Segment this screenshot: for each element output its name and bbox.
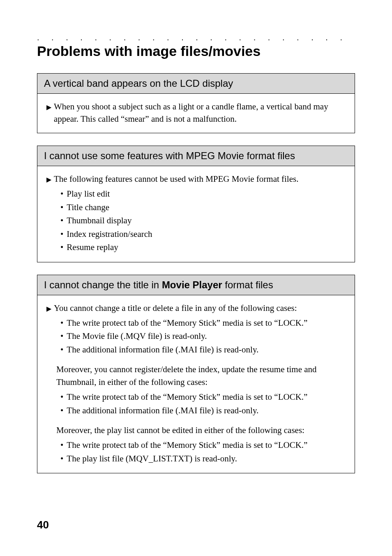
page-number: 40 [37, 519, 49, 531]
list-item: •Title change [60, 201, 346, 213]
issue-box-2-text: The following features cannot be used wi… [54, 173, 346, 185]
list-item-text: Thumbnail display [67, 214, 131, 227]
issue-box-3: I cannot change the title in Movie Playe… [37, 275, 355, 474]
issue-box-3-header: I cannot change the title in Movie Playe… [37, 275, 355, 295]
list-item-text: The additional information file (.MAI fi… [67, 343, 258, 356]
list-item-text: Resume replay [67, 241, 118, 253]
list-item: •Thumbnail display [60, 214, 346, 227]
issue-box-3-bullets-2: •The write protect tab of the “Memory St… [60, 391, 346, 417]
bullet-icon: • [60, 241, 63, 253]
arrow-right-icon: ▶ [46, 100, 51, 112]
issue-box-1-body: ▶ When you shoot a subject such as a lig… [37, 94, 355, 133]
list-item: •The write protect tab of the “Memory St… [60, 391, 346, 403]
list-item: •The additional information file (.MAI f… [60, 343, 346, 356]
list-item-text: The write protect tab of the “Memory Sti… [67, 391, 307, 403]
list-item-text: The write protect tab of the “Memory Sti… [67, 317, 307, 329]
list-item: •The write protect tab of the “Memory St… [60, 439, 346, 451]
arrow-line: ▶ The following features cannot be used … [46, 173, 346, 185]
arrow-right-icon: ▶ [46, 302, 51, 313]
list-item-text: The play list file (MQV_LIST.TXT) is rea… [67, 452, 237, 465]
section-heading: Problems with image files/movies [37, 43, 355, 59]
bullet-icon: • [60, 452, 63, 465]
list-item-text: The additional information file (.MAI fi… [67, 404, 258, 417]
issue-box-3-bullets-3: •The write protect tab of the “Memory St… [60, 439, 346, 465]
list-item: •The write protect tab of the “Memory St… [60, 317, 346, 329]
bullet-icon: • [60, 330, 63, 342]
issue-box-3-bullets-1: •The write protect tab of the “Memory St… [60, 317, 346, 356]
arrow-line: ▶ You cannot change a title or delete a … [46, 302, 346, 314]
issue-box-1-header: A vertical band appears on the LCD displ… [37, 74, 355, 94]
issue-box-1: A vertical band appears on the LCD displ… [37, 73, 355, 133]
list-item: •Play list edit [60, 188, 346, 200]
bullet-icon: • [60, 404, 63, 417]
list-item: •Index registration/search [60, 228, 346, 240]
issue-box-3-header-post: format files [222, 279, 273, 290]
page: . . . . . . . . . . . . . . . . . . . . … [0, 0, 392, 556]
bullet-icon: • [60, 343, 63, 356]
dotted-rule: . . . . . . . . . . . . . . . . . . . . … [37, 33, 355, 42]
list-item-text: Title change [67, 201, 109, 213]
list-item-text: Play list edit [67, 188, 110, 200]
issue-box-3-para-2: Moreover, you cannot register/delete the… [56, 363, 346, 388]
list-item: •Resume replay [60, 241, 346, 253]
list-item-text: The write protect tab of the “Memory Sti… [67, 439, 307, 451]
bullet-icon: • [60, 188, 63, 200]
issue-box-2-body: ▶ The following features cannot be used … [37, 166, 355, 262]
issue-box-3-header-pre: I cannot change the title in [44, 279, 162, 290]
bullet-icon: • [60, 391, 63, 403]
issue-box-3-text: You cannot change a title or delete a fi… [54, 302, 346, 314]
list-item-text: The Movie file (.MQV file) is read-only. [67, 330, 207, 342]
issue-box-3-para-3: Moreover, the play list cannot be edited… [56, 424, 346, 436]
arrow-line: ▶ When you shoot a subject such as a lig… [46, 100, 346, 125]
list-item: •The play list file (MQV_LIST.TXT) is re… [60, 452, 346, 465]
list-item: •The Movie file (.MQV file) is read-only… [60, 330, 346, 342]
bullet-icon: • [60, 317, 63, 329]
issue-box-1-text: When you shoot a subject such as a light… [54, 100, 346, 125]
bullet-icon: • [60, 201, 63, 213]
issue-box-2: I cannot use some features with MPEG Mov… [37, 146, 355, 262]
bullet-icon: • [60, 439, 63, 451]
issue-box-3-body: ▶ You cannot change a title or delete a … [37, 295, 355, 473]
issue-box-2-bullets: •Play list edit •Title change •Thumbnail… [60, 188, 346, 253]
list-item-text: Index registration/search [67, 228, 152, 240]
list-item: •The additional information file (.MAI f… [60, 404, 346, 417]
arrow-right-icon: ▶ [46, 173, 51, 184]
bullet-icon: • [60, 214, 63, 227]
issue-box-3-header-bold: Movie Player [162, 279, 222, 290]
bullet-icon: • [60, 228, 63, 240]
issue-box-2-header: I cannot use some features with MPEG Mov… [37, 146, 355, 166]
